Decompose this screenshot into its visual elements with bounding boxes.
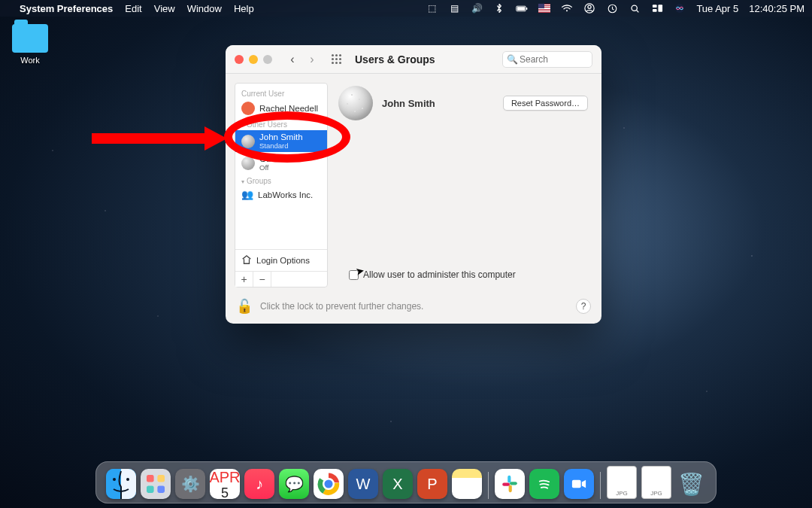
svg-point-18 [332, 62, 334, 64]
traffic-lights [235, 55, 272, 64]
add-user-button[interactable]: + [235, 272, 253, 287]
svg-rect-35 [510, 482, 517, 485]
login-options-button[interactable]: Login Options [235, 249, 327, 271]
menu-view[interactable]: View [154, 3, 175, 14]
help-button[interactable]: ? [576, 299, 591, 314]
search-icon: 🔍 [507, 54, 518, 65]
chevron-down-icon: ▾ [241, 178, 244, 185]
dock-app-spotify[interactable] [529, 469, 559, 499]
menu-edit[interactable]: Edit [125, 3, 141, 14]
svg-point-20 [339, 62, 341, 64]
dock-app-calendar[interactable]: APR 5 [210, 469, 240, 499]
section-other-users: ▾Other Users [235, 117, 327, 130]
svg-rect-8 [653, 5, 657, 8]
svg-rect-37 [502, 483, 510, 486]
dock: ⚙️ APR 5 ♪ 💬 W X P JPG JPG 🗑️ [95, 461, 717, 503]
svg-point-17 [339, 58, 341, 60]
section-groups: ▾Groups [235, 174, 327, 187]
sidebar-user-john-smith[interactable]: John Smith Standard [235, 130, 327, 152]
group-icon: 👥 [241, 189, 253, 200]
window-title: Users & Groups [355, 53, 435, 65]
svg-point-5 [588, 5, 591, 8]
dock-recent-doc[interactable]: JPG [607, 466, 637, 499]
svg-rect-24 [121, 469, 136, 499]
sidebar-user-label: Guest User [259, 154, 303, 163]
dock-app-notes[interactable] [452, 469, 482, 499]
bluetooth-icon[interactable] [493, 2, 505, 14]
menubar-date[interactable]: Tue Apr 5 [696, 3, 738, 14]
folder-icon [12, 24, 48, 53]
svg-rect-29 [147, 485, 154, 493]
sidebar-user-current[interactable]: Rachel Needell [235, 99, 327, 117]
spotlight-icon[interactable] [629, 2, 641, 14]
menubar: System Preferences Edit View Window Help… [0, 0, 812, 17]
svg-rect-38 [572, 480, 581, 488]
back-button[interactable]: ‹ [284, 51, 301, 68]
admin-checkbox[interactable] [349, 270, 359, 280]
annotation-arrow [92, 126, 227, 151]
backup-icon[interactable]: ▤ [448, 2, 460, 14]
user-icon[interactable] [583, 2, 595, 14]
minimize-button[interactable] [249, 55, 258, 64]
user-avatar[interactable] [338, 86, 373, 120]
menu-window[interactable]: Window [187, 3, 222, 14]
svg-point-13 [335, 54, 338, 56]
dropbox-icon[interactable]: ⬚ [426, 2, 438, 14]
users-groups-window: ‹ › Users & Groups 🔍 Current User Rachel… [226, 45, 601, 324]
doc-label: JPG [650, 490, 662, 497]
dock-app-powerpoint[interactable]: P [417, 469, 447, 499]
dock-app-launchpad[interactable] [141, 469, 171, 499]
lock-icon[interactable]: 🔓 [236, 298, 253, 315]
admin-checkbox-label: Allow user to administer this computer [363, 269, 516, 280]
dock-app-chrome[interactable] [314, 469, 344, 499]
forward-button[interactable]: › [304, 51, 320, 68]
sidebar-user-role: Off [259, 164, 303, 172]
section-groups-label: Groups [247, 177, 271, 185]
zoom-button[interactable] [263, 55, 272, 64]
doc-label: JPG [616, 490, 628, 497]
siri-icon[interactable] [674, 2, 686, 14]
svg-rect-30 [157, 485, 165, 493]
dock-app-zoom[interactable] [564, 469, 594, 499]
volume-icon[interactable]: 🔊 [471, 2, 483, 14]
section-current-user: Current User [235, 87, 327, 99]
dock-app-word[interactable]: W [348, 469, 378, 499]
close-button[interactable] [235, 55, 244, 64]
desktop-folder-work[interactable]: Work [8, 24, 53, 65]
sidebar-user-guest[interactable]: Guest User Off [235, 152, 327, 174]
user-detail-pane: John Smith Reset Password… Allow user to… [335, 83, 591, 287]
dock-app-messages[interactable]: 💬 [279, 469, 309, 499]
clock-icon[interactable] [606, 2, 618, 14]
svg-point-16 [335, 58, 338, 60]
menubar-time[interactable]: 12:40:25 PM [749, 3, 804, 14]
svg-rect-36 [509, 485, 512, 492]
menu-help[interactable]: Help [234, 3, 254, 14]
remove-user-button[interactable]: − [253, 272, 271, 287]
input-source-icon[interactable] [538, 2, 550, 14]
reset-password-button[interactable]: Reset Password… [503, 96, 588, 111]
dock-app-slack[interactable] [495, 469, 525, 499]
app-menu[interactable]: System Preferences [20, 3, 113, 14]
show-all-button[interactable] [328, 51, 344, 68]
dock-trash[interactable]: 🗑️ [676, 469, 706, 499]
login-options-label: Login Options [256, 256, 310, 265]
svg-rect-2 [517, 7, 526, 11]
dock-app-system-preferences[interactable]: ⚙️ [175, 469, 205, 499]
dock-recent-doc[interactable]: JPG [641, 466, 671, 499]
dock-app-finder[interactable] [106, 469, 136, 499]
home-icon [241, 254, 252, 266]
sidebar-group-label: LabWorks Inc. [258, 190, 313, 199]
sidebar-user-label: John Smith [259, 132, 303, 141]
battery-icon[interactable] [516, 2, 528, 14]
svg-point-19 [335, 62, 338, 64]
control-center-icon[interactable] [651, 2, 663, 14]
section-other-users-label: Other Users [247, 120, 287, 129]
sidebar-user-role: Standard [259, 142, 303, 150]
sidebar-group-labworks[interactable]: 👥 LabWorks Inc. [235, 187, 327, 202]
dock-app-excel[interactable]: X [383, 469, 413, 499]
dock-app-music[interactable]: ♪ [244, 469, 274, 499]
wifi-icon[interactable] [561, 2, 573, 14]
sidebar-user-label: Rachel Needell [259, 104, 318, 114]
svg-marker-22 [205, 126, 227, 151]
svg-rect-1 [526, 8, 527, 10]
